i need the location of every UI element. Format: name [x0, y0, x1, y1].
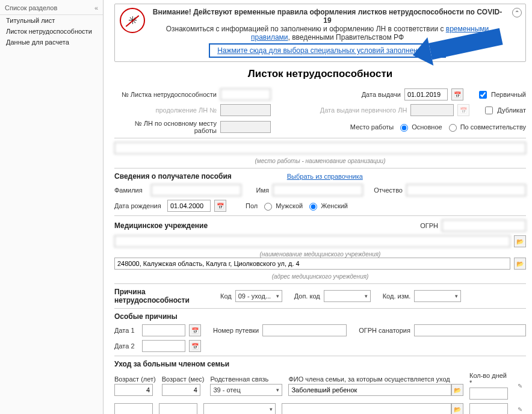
age-years-input[interactable]	[114, 384, 153, 396]
form-content: ✳ ⌃ Внимание! Действуют временные правил…	[104, 0, 532, 414]
special-section-title: Особые причины	[114, 312, 526, 321]
chevron-down-icon: ▾	[276, 293, 279, 299]
workplace-main-radio[interactable]: Основное	[397, 122, 442, 132]
family-fio-input-2[interactable]	[282, 403, 451, 414]
med-name-folder-icon[interactable]: 📂	[514, 235, 526, 247]
virus-prohibited-icon: ✳	[120, 8, 145, 33]
care-section-title: Уход за больным членом семьи	[114, 360, 526, 368]
primary-checkbox[interactable]: Первичный	[477, 89, 526, 100]
chevron-down-icon: ▾	[276, 387, 279, 393]
chevron-down-icon: ▾	[270, 406, 273, 412]
age-months-label: Возраст (мес)	[162, 375, 205, 383]
org-name-note: (место работы - наименование организации…	[114, 158, 526, 164]
duplicate-checkbox-input[interactable]	[485, 107, 493, 114]
workplace-other-radio[interactable]: По совместительству	[446, 122, 526, 132]
gender-label: Пол	[246, 202, 258, 209]
date1-calendar-icon[interactable]: 📅	[189, 324, 201, 336]
sidebar-header: Список разделов «	[0, 1, 103, 15]
cause-section-title: Причина нетрудоспособности	[114, 288, 217, 304]
med-name-input[interactable]	[114, 235, 510, 247]
covid-banner: ✳ ⌃ Внимание! Действуют временные правил…	[114, 4, 526, 62]
med-address-input[interactable]	[114, 258, 510, 270]
ln-number-row: № Листка нетрудоспособности Дата выдачи …	[114, 88, 526, 100]
sidebar-item-titlepage[interactable]: Титульный лист	[0, 15, 103, 26]
sidebar-collapse-icon[interactable]: «	[94, 4, 98, 11]
sanatorium-label: ОГРН санатория	[359, 327, 410, 334]
days-label: Кол-во дней *	[469, 372, 508, 386]
birth-input[interactable]	[167, 200, 211, 212]
relation-label: Родственная связь	[210, 375, 282, 383]
cause-addcode-label: Доп. код	[294, 292, 320, 300]
age-years-label: Возраст (лет)	[114, 375, 156, 383]
age-months-input[interactable]	[162, 384, 200, 396]
page-title: Листок нетрудоспособности	[114, 68, 526, 80]
mainwork-number-label: № ЛН по основному месту работы	[114, 120, 217, 134]
recipient-lookup-link[interactable]: Выбрать из справочника	[287, 173, 363, 180]
gender-female-radio[interactable]: Женский	[306, 201, 348, 211]
care-edit-icon[interactable]: ✎	[514, 380, 526, 392]
cause-changecode-select[interactable]: ▾	[414, 290, 461, 302]
cause-code-label: Код	[220, 292, 232, 300]
relation-select[interactable]: 39 - отец▾	[210, 384, 282, 396]
continuation-label: продолжение ЛН №	[114, 107, 217, 114]
recipient-section-title: Сведения о получателе пособия	[114, 172, 232, 181]
relation-select-2[interactable]: ▾	[203, 403, 276, 414]
family-fio-input[interactable]	[288, 384, 451, 396]
date2-label: Дата 2	[114, 342, 138, 350]
ogrn-input[interactable]	[442, 220, 526, 232]
family-fio-folder-icon-2[interactable]: 📂	[451, 403, 463, 414]
date2-calendar-icon[interactable]: 📅	[189, 340, 201, 352]
sanatorium-input[interactable]	[414, 324, 526, 336]
age-months-input-2[interactable]	[159, 403, 197, 414]
surname-label: Фамилия	[114, 187, 147, 194]
sidebar-item-calcdata[interactable]: Данные для расчета	[0, 37, 103, 48]
care-edit-icon-2[interactable]: ✎	[514, 403, 526, 414]
name-input[interactable]	[273, 184, 363, 196]
workplace-label: Место работы	[350, 123, 394, 131]
continuation-input	[220, 104, 271, 116]
name-label: Имя	[245, 187, 269, 194]
cause-changecode-label: Код. изм.	[383, 292, 411, 300]
date2-input[interactable]	[142, 340, 185, 352]
voucher-label: Номер путевки	[213, 327, 259, 334]
duplicate-checkbox[interactable]: Дубликат	[483, 105, 526, 116]
mainwork-number-input	[220, 121, 271, 133]
issue-date-input[interactable]	[404, 88, 448, 100]
family-fio-folder-icon[interactable]: 📂	[451, 384, 463, 396]
days-input[interactable]	[469, 388, 508, 400]
banner-special-link[interactable]: Нажмите сюда для выбора специальных усло…	[217, 46, 438, 55]
family-fio-label: ФИО члена семьи, за которым осуществляет…	[288, 375, 463, 383]
primary-checkbox-input[interactable]	[479, 91, 487, 99]
sidebar-item-sickleave[interactable]: Листок нетрудоспособности	[0, 26, 103, 37]
gender-male-radio[interactable]: Мужской	[261, 201, 303, 211]
issue-date-calendar-icon[interactable]: 📅	[451, 88, 463, 100]
patronymic-input[interactable]	[406, 184, 526, 196]
sidebar: Список разделов « Титульный лист Листок …	[0, 0, 104, 414]
cause-addcode-select[interactable]: ▾	[324, 290, 371, 302]
ln-number-input[interactable]	[220, 88, 271, 100]
age-years-input-2[interactable]	[114, 403, 153, 414]
birth-label: Дата рождения	[114, 202, 164, 209]
chevron-down-icon: ▾	[455, 293, 458, 299]
sidebar-title: Список разделов	[5, 4, 57, 11]
ln-continuation-row: продолжение ЛН № Дата выдачи первичного …	[114, 104, 526, 116]
primary-date-input	[410, 104, 454, 116]
date1-input[interactable]	[142, 324, 185, 336]
chevron-down-icon: ▾	[365, 293, 368, 299]
surname-input[interactable]	[151, 184, 241, 196]
med-address-note: (адрес медицинского учреждения)	[114, 273, 526, 280]
date1-label: Дата 1	[114, 327, 138, 334]
banner-collapse-button[interactable]: ⌃	[512, 8, 522, 17]
cause-code-select[interactable]: 09 - уход...▾	[235, 290, 282, 302]
med-name-note: (наименование медицинского учреждения)	[114, 251, 526, 258]
med-address-folder-icon[interactable]: 📂	[514, 258, 526, 270]
banner-title: Внимание! Действуют временные правила оф…	[150, 8, 505, 25]
issue-date-label: Дата выдачи	[362, 91, 401, 98]
org-name-input[interactable]	[114, 142, 526, 154]
primary-date-calendar-icon: 📅	[457, 104, 469, 116]
days-input-2[interactable]	[469, 403, 508, 414]
birth-calendar-icon[interactable]: 📅	[214, 200, 226, 212]
patronymic-label: Отчество	[367, 187, 403, 194]
voucher-input[interactable]	[262, 324, 347, 336]
ogrn-label: ОГРН	[420, 222, 438, 229]
